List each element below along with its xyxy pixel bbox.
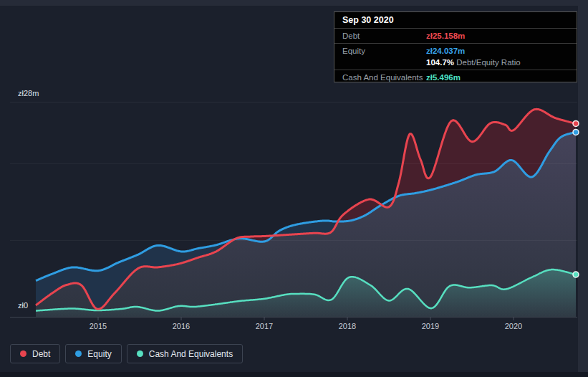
y-axis-zero-label: zł0 — [18, 301, 28, 310]
tooltip-debt-label: Debt — [342, 30, 426, 42]
legend-cash-label: Cash And Equivalents — [149, 349, 233, 359]
cash-dot-icon — [137, 350, 143, 357]
tooltip-ratio-label: Debt/Equity Ratio — [456, 58, 521, 67]
legend-item-cash[interactable]: Cash And Equivalents — [127, 344, 243, 363]
tooltip-equity-value: zł24.037m — [426, 45, 521, 57]
legend-equity-label: Equity — [87, 349, 111, 359]
legend-item-equity[interactable]: Equity — [65, 344, 121, 363]
tooltip-equity-row: Equity zł24.037m 104.7% Debt/Equity Rati… — [334, 43, 577, 70]
bottom-strip — [0, 372, 588, 377]
tooltip-cash-value: zł5.496m — [426, 72, 461, 82]
debt-dot-icon — [20, 350, 26, 357]
y-axis-max-label: zł28m — [18, 89, 39, 97]
tooltip-ratio-percent: 104.7% — [426, 58, 454, 67]
tooltip-date: Sep 30 2020 — [334, 12, 577, 28]
equity-dot-icon — [75, 350, 82, 357]
chart-tooltip: Sep 30 2020 Debt zł25.158m Equity zł24.0… — [334, 11, 577, 82]
legend-item-debt[interactable]: Debt — [10, 344, 60, 363]
tooltip-equity-label: Equity — [342, 45, 426, 57]
tooltip-cash-row: Cash And Equivalents zł5.496m — [334, 70, 577, 82]
tooltip-debt-row: Debt zł25.158m — [334, 28, 577, 43]
legend-debt-label: Debt — [32, 349, 50, 359]
chart-legend: Debt Equity Cash And Equivalents — [10, 344, 243, 363]
tooltip-debt-value: zł25.158m — [426, 30, 465, 42]
tooltip-ratio: 104.7% Debt/Equity Ratio — [426, 57, 521, 68]
tooltip-cash-label: Cash And Equivalents — [342, 72, 426, 82]
